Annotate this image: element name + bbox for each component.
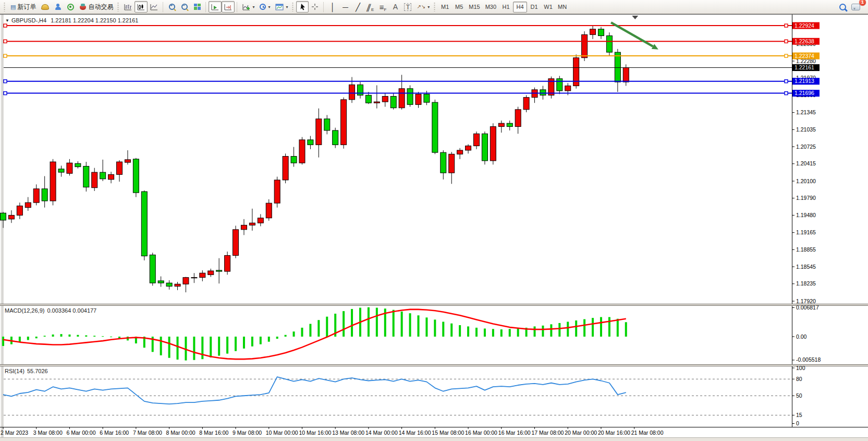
label-tool[interactable]: T bbox=[401, 1, 414, 13]
symbol-title: GBPUSD-,H4 bbox=[11, 17, 46, 23]
svg-text:1.21696: 1.21696 bbox=[794, 90, 814, 96]
hline-icon: ─ bbox=[343, 3, 348, 11]
timeframe-MN[interactable]: MN bbox=[555, 2, 569, 13]
signals-button[interactable] bbox=[64, 1, 77, 13]
macd-values: 0.003364 0.004177 bbox=[47, 307, 96, 314]
toolbar: ▤ 新订单 自动交易 + − ▾ ▾ ▾ bbox=[0, 0, 868, 14]
dropdown-caret-icon: ▾ bbox=[252, 5, 254, 9]
svg-text:1.21913: 1.21913 bbox=[794, 78, 814, 84]
template-icon bbox=[275, 4, 284, 10]
timeframe-M1[interactable]: M1 bbox=[438, 2, 452, 13]
timeframe-D1[interactable]: D1 bbox=[527, 2, 541, 13]
candlesticks-layer[interactable] bbox=[1, 26, 629, 292]
rsi-panel[interactable] bbox=[3, 377, 792, 415]
vertical-line-tool[interactable]: │ bbox=[326, 1, 339, 13]
line-handle[interactable] bbox=[4, 80, 7, 83]
cursor-icon bbox=[299, 3, 305, 10]
crosshair-tool-button[interactable] bbox=[309, 1, 321, 13]
zoom-out-button[interactable]: − bbox=[178, 1, 191, 13]
line-handle[interactable] bbox=[785, 40, 788, 43]
svg-text:80: 80 bbox=[796, 376, 802, 382]
auto-trading-button[interactable]: 自动交易 bbox=[77, 1, 116, 13]
line-handle[interactable] bbox=[4, 92, 7, 95]
svg-text:6 Mar 16:00: 6 Mar 16:00 bbox=[100, 430, 129, 436]
indicators-button[interactable]: ▾ bbox=[240, 1, 257, 13]
svg-text:2 Mar 2023: 2 Mar 2023 bbox=[1, 430, 28, 436]
text-tool-icon: A bbox=[393, 3, 398, 10]
notification-badge: 1 bbox=[859, 0, 866, 6]
timeframe-M30[interactable]: M30 bbox=[483, 2, 499, 13]
macd-panel[interactable] bbox=[2, 307, 627, 361]
line-chart-button[interactable] bbox=[148, 1, 161, 13]
new-order-button[interactable]: ▤ 新订单 bbox=[8, 1, 39, 13]
trend-arrow-annotation[interactable] bbox=[611, 22, 658, 50]
svg-text:10 Mar 16:00: 10 Mar 16:00 bbox=[299, 430, 331, 436]
toolbar-grip[interactable] bbox=[4, 2, 6, 11]
svg-text:14 Mar 16:00: 14 Mar 16:00 bbox=[399, 430, 431, 436]
toolbar-grip[interactable] bbox=[117, 2, 120, 11]
search-button[interactable] bbox=[836, 1, 849, 13]
auto-trading-icon bbox=[79, 4, 87, 10]
cursor-tool-button[interactable] bbox=[296, 1, 309, 13]
trendline-tool[interactable]: ╱ bbox=[351, 1, 364, 13]
toolbar-separator bbox=[163, 2, 164, 12]
horizontal-line-tool[interactable]: ─ bbox=[339, 1, 351, 13]
toolbar-separator bbox=[205, 2, 206, 12]
periods-button[interactable]: ▾ bbox=[257, 1, 273, 13]
arrows-tool[interactable]: ↗↘ ▾ bbox=[414, 1, 432, 13]
svg-text:0: 0 bbox=[796, 420, 799, 426]
profile-icon bbox=[55, 4, 62, 10]
line-handle[interactable] bbox=[4, 54, 7, 57]
tile-windows-button[interactable] bbox=[191, 1, 203, 13]
line-handle[interactable] bbox=[4, 24, 7, 27]
svg-text:6 Mar 00:00: 6 Mar 00:00 bbox=[66, 430, 95, 436]
macd-axis[interactable]: 0.0068170.00-0.005518 bbox=[792, 304, 821, 363]
chart-shift-button[interactable] bbox=[222, 1, 235, 13]
horizontal-lines-layer[interactable] bbox=[4, 24, 792, 95]
symbol-dropdown-icon[interactable]: ▼ bbox=[5, 18, 9, 23]
line-handle[interactable] bbox=[785, 54, 788, 57]
vline-icon: │ bbox=[331, 3, 335, 11]
svg-text:1.19165: 1.19165 bbox=[796, 229, 816, 235]
symbol-info-line: ▼GBPUSD-,H41.22181 1.22204 1.22150 1.221… bbox=[5, 17, 138, 23]
svg-text:1.19790: 1.19790 bbox=[796, 195, 816, 201]
auto-scroll-icon bbox=[211, 4, 219, 10]
chart-shift-icon bbox=[224, 4, 232, 10]
line-handle[interactable] bbox=[785, 80, 788, 83]
macd-signal-line bbox=[3, 309, 626, 359]
chat-bubble-icon bbox=[851, 4, 860, 10]
line-handle[interactable] bbox=[4, 40, 7, 43]
auto-scroll-button[interactable] bbox=[209, 1, 222, 13]
fibonacci-tool[interactable]: ≡ F bbox=[376, 1, 389, 13]
market-watch-button[interactable] bbox=[39, 1, 52, 13]
time-axis[interactable]: 2 Mar 20233 Mar 08:006 Mar 00:006 Mar 16… bbox=[0, 427, 868, 441]
toolbar-grip[interactable] bbox=[292, 2, 295, 11]
rsi-axis[interactable]: 1008050150 bbox=[792, 365, 805, 427]
timeframe-H1[interactable]: H1 bbox=[499, 2, 513, 13]
svg-text:1.20725: 1.20725 bbox=[796, 144, 816, 150]
notifications-button[interactable]: 1 bbox=[849, 1, 863, 13]
text-tool[interactable]: A bbox=[389, 1, 401, 13]
svg-text:8 Mar 00:00: 8 Mar 00:00 bbox=[166, 430, 195, 436]
svg-text:100: 100 bbox=[796, 365, 805, 371]
timeframe-W1[interactable]: W1 bbox=[541, 2, 555, 13]
line-handle[interactable] bbox=[785, 24, 788, 27]
timeframe-H4[interactable]: H4 bbox=[513, 2, 527, 13]
chart-shift-marker[interactable] bbox=[632, 16, 638, 19]
bar-chart-button[interactable] bbox=[121, 1, 135, 13]
profile-button[interactable] bbox=[52, 1, 64, 13]
svg-text:-0.005518: -0.005518 bbox=[796, 356, 821, 363]
zoom-in-button[interactable]: + bbox=[166, 1, 178, 13]
channel-tool[interactable]: ∥ E bbox=[364, 1, 376, 13]
toolbar-grip[interactable] bbox=[434, 2, 436, 11]
svg-text:21 Mar 08:00: 21 Mar 08:00 bbox=[631, 430, 664, 436]
timeframe-M15[interactable]: M15 bbox=[466, 2, 482, 13]
macd-name: MACD(12,26,9) bbox=[5, 307, 44, 314]
templates-button[interactable]: ▾ bbox=[273, 1, 290, 13]
timeframe-M5[interactable]: M5 bbox=[452, 2, 466, 13]
svg-text:15 Mar 08:00: 15 Mar 08:00 bbox=[432, 430, 464, 436]
arrows-tool-icon: ↗↘ bbox=[417, 4, 425, 9]
candlestick-chart-button[interactable] bbox=[135, 1, 148, 13]
line-handle[interactable] bbox=[785, 92, 788, 95]
chart-canvas[interactable]: 1.229051.225901.222801.219701.216601.213… bbox=[0, 0, 868, 441]
